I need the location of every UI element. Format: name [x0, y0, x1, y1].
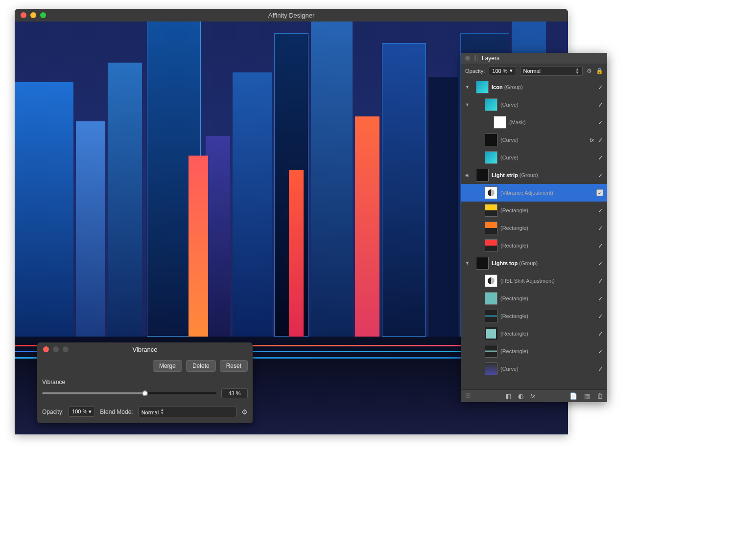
layer-thumbnail[interactable]	[485, 292, 497, 305]
disclosure-triangle-icon[interactable]: ▼	[465, 85, 470, 90]
vibrance-titlebar[interactable]: Vibrance	[37, 342, 253, 356]
layer-thumbnail[interactable]	[485, 222, 497, 234]
gear-icon[interactable]: ⚙	[241, 408, 248, 416]
layer-thumbnail[interactable]	[485, 310, 497, 322]
visibility-checkbox[interactable]: ✓	[598, 348, 603, 355]
merge-button[interactable]: Merge	[153, 360, 182, 372]
panel-opacity-dropdown[interactable]: 100 % ▾	[489, 66, 516, 75]
visibility-checkbox[interactable]: ✓	[598, 242, 603, 249]
layer-thumbnail[interactable]	[485, 186, 497, 199]
close-icon[interactable]	[43, 346, 49, 352]
visibility-checkbox[interactable]: ✓	[598, 101, 603, 109]
visibility-checkbox[interactable]: ✓	[598, 260, 603, 267]
layers-panel-header[interactable]: Layers	[461, 53, 607, 64]
layer-thumbnail[interactable]	[485, 363, 497, 375]
visibility-checkbox[interactable]: ✓	[598, 277, 603, 285]
layer-thumbnail[interactable]	[494, 116, 506, 129]
layer-row[interactable]: (Mask)✓	[461, 113, 607, 131]
layer-thumbnail[interactable]	[485, 274, 497, 287]
disclosure-triangle-icon[interactable]: ▼	[465, 261, 470, 266]
layer-row[interactable]: ▼Icon (Group)✓	[461, 78, 607, 96]
layer-thumbnail[interactable]	[485, 98, 497, 111]
blend-mode-label: Blend Mode:	[100, 408, 133, 415]
reset-button[interactable]: Reset	[220, 360, 248, 372]
chevron-down-icon: ▾	[89, 408, 92, 414]
visibility-checkbox[interactable]: ✓	[598, 154, 603, 161]
panel-close-icon[interactable]	[465, 56, 470, 61]
trash-icon[interactable]: 🗑	[597, 392, 603, 400]
layer-row[interactable]: (Curve)✓	[461, 360, 607, 378]
layer-row[interactable]: (Rectangle)✓	[461, 290, 607, 307]
layer-row[interactable]: (Rectangle)✓	[461, 202, 607, 219]
blend-mode-dropdown[interactable]: Normal ▲▼	[138, 406, 236, 417]
disclosure-triangle-icon[interactable]: ◉	[465, 173, 470, 178]
visibility-checkbox[interactable]: ✓	[598, 365, 603, 373]
layer-name-label: (Rectangle)	[500, 331, 595, 337]
titlebar[interactable]: Affinity Designer	[15, 9, 568, 22]
layer-thumbnail[interactable]	[485, 239, 497, 252]
layer-row[interactable]: (Rectangle)✓	[461, 342, 607, 360]
vibrance-value-field[interactable]: 43 %	[221, 388, 248, 398]
layer-thumbnail[interactable]	[485, 134, 497, 146]
adjustment-icon[interactable]: ◐	[518, 392, 523, 400]
layer-row[interactable]: ▼(Curve)✓	[461, 96, 607, 113]
panel-opacity-label: Opacity:	[465, 68, 485, 74]
visibility-checkbox[interactable]: ✓	[598, 330, 603, 338]
layers-list[interactable]: ▼Icon (Group)✓▼(Curve)✓(Mask)✓(Curve)fx✓…	[461, 78, 607, 389]
visibility-checkbox[interactable]: ✓	[598, 313, 603, 320]
minimize-icon[interactable]	[53, 346, 59, 352]
gear-icon[interactable]: ⚙	[587, 68, 592, 74]
layers-panel-title: Layers	[482, 55, 499, 62]
layer-name-label: (Rectangle)	[500, 243, 595, 249]
disclosure-triangle-icon[interactable]: ▼	[465, 102, 470, 107]
layer-row[interactable]: ◉Light strip (Group)✓	[461, 166, 607, 184]
layer-thumbnail[interactable]	[476, 81, 489, 93]
slider-thumb[interactable]	[142, 390, 148, 396]
delete-button[interactable]: Delete	[186, 360, 216, 372]
maximize-icon[interactable]	[63, 346, 69, 352]
layer-thumbnail[interactable]	[485, 204, 497, 217]
visibility-checkbox[interactable]: ✓	[598, 207, 603, 214]
layer-row[interactable]: (Curve)fx✓	[461, 131, 607, 149]
layer-row[interactable]: (Vibrance Adjustment)✓	[461, 184, 607, 202]
visibility-checkbox[interactable]: ✓	[598, 84, 603, 91]
layer-name-label: (Curve)	[500, 137, 587, 143]
visibility-checkbox[interactable]: ✓	[598, 225, 603, 232]
visibility-checkbox[interactable]: ✓	[598, 172, 603, 179]
fx-icon[interactable]: fx	[530, 392, 535, 400]
layer-thumbnail[interactable]	[485, 327, 497, 340]
panel-grip-icon[interactable]	[474, 55, 478, 61]
visibility-checkbox[interactable]: ✓	[596, 189, 603, 196]
close-window-button[interactable]	[21, 12, 26, 18]
visibility-checkbox[interactable]: ✓	[598, 136, 603, 144]
layer-thumbnail[interactable]	[476, 257, 489, 270]
layers-icon[interactable]: ☰	[465, 392, 471, 400]
layer-row[interactable]: (Rectangle)✓	[461, 307, 607, 325]
vibrance-dialog[interactable]: Vibrance Merge Delete Reset Vibrance 43 …	[37, 342, 253, 423]
layer-row[interactable]: ▼Lights top (Group)✓	[461, 254, 607, 272]
layer-name-label: Icon (Group)	[492, 84, 595, 90]
layer-row[interactable]: (Rectangle)✓	[461, 237, 607, 254]
opacity-dropdown[interactable]: 100 % ▾	[69, 407, 95, 417]
minimize-window-button[interactable]	[30, 12, 36, 18]
layer-thumbnail[interactable]	[485, 345, 497, 358]
maximize-window-button[interactable]	[40, 12, 46, 18]
layer-thumbnail[interactable]	[485, 151, 497, 164]
visibility-checkbox[interactable]: ✓	[598, 119, 603, 126]
traffic-lights	[15, 12, 46, 18]
layer-row[interactable]: (Rectangle)✓	[461, 325, 607, 342]
new-pixel-layer-icon[interactable]: ▦	[584, 392, 590, 400]
layer-row[interactable]: (Rectangle)✓	[461, 219, 607, 237]
layer-name-label: (Rectangle)	[500, 295, 595, 301]
layer-row[interactable]: (Curve)✓	[461, 149, 607, 166]
vibrance-slider[interactable]	[42, 392, 216, 394]
new-layer-icon[interactable]: 📄	[569, 392, 577, 400]
layer-name-label: (Curve)	[500, 366, 595, 372]
panel-blend-mode-dropdown[interactable]: Normal ▲▼	[520, 66, 583, 76]
mask-icon[interactable]: ◧	[505, 392, 511, 400]
layer-row[interactable]: (HSL Shift Adjustment)✓	[461, 272, 607, 290]
layer-thumbnail[interactable]	[476, 169, 489, 181]
layer-name-label: (Vibrance Adjustment)	[500, 190, 593, 196]
visibility-checkbox[interactable]: ✓	[598, 295, 603, 302]
lock-icon[interactable]: 🔒	[596, 68, 603, 74]
